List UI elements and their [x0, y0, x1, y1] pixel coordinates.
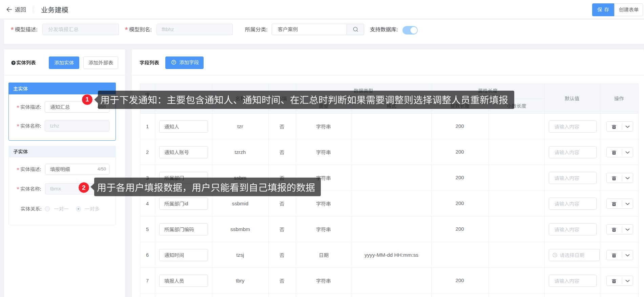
- svg-text:?: ?: [173, 61, 175, 64]
- svg-text:?: ?: [13, 61, 15, 65]
